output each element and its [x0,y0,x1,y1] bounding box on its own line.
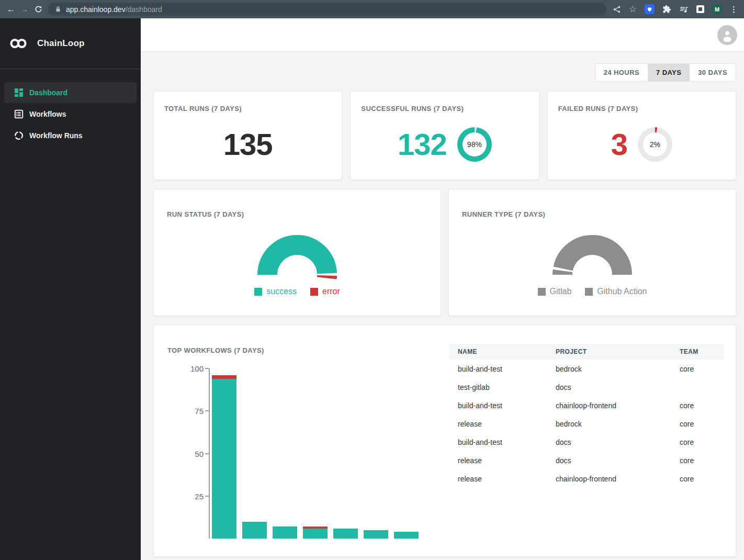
y-axis-tick-label: 50 [195,450,204,458]
browser-forward-button[interactable]: → [18,3,31,16]
app-header [141,18,744,52]
shield-extension-icon[interactable] [645,4,655,14]
cell-project: docs [547,433,671,451]
url-text: app.chainloop.dev/dashboard [66,5,162,14]
legend-label: error [322,287,340,296]
legend-swatch [538,288,546,296]
extensions-puzzle-icon[interactable] [662,5,671,14]
sidebar-item-label: Workflow Runs [29,131,83,140]
table-row: releasechainloop-frontendcore [449,469,724,488]
bar-success-segment [394,532,419,539]
cell-name: release [449,469,547,488]
brand-logo[interactable]: ChainLoop [0,18,141,69]
tab-30-days[interactable]: 30 DAYS [690,64,736,81]
run-status-card: RUN STATUS (7 DAYS) success error [153,189,441,316]
bookmark-star-icon[interactable]: ☆ [629,4,637,15]
chainloop-infinity-icon [8,37,28,50]
top-workflows-table: NAME PROJECT TEAM build-and-testbedrockc… [449,344,724,488]
tab-7-days[interactable]: 7 DAYS [648,64,690,81]
table-row: releasebedrockcore [449,415,724,433]
legend-item-github-action: Github Action [585,287,647,296]
card-title: TOTAL RUNS (7 DAYS) [164,105,331,113]
legend-swatch [310,288,318,296]
user-avatar-button[interactable] [717,25,737,45]
table-row: build-and-testdocscore [449,433,724,451]
cell-team: core [671,451,724,469]
share-icon[interactable] [613,5,621,14]
bar-series [212,375,419,539]
legend-label: Github Action [597,287,647,296]
y-axis-tick-mark [205,410,209,411]
cell-team: core [671,415,724,433]
table-row: test-gitlabdocs [449,378,724,396]
legend-swatch [254,288,262,296]
main-area: 24 HOURS 7 DAYS 30 DAYS TOTAL RUNS (7 DA… [141,18,744,560]
bar [364,530,388,539]
time-range-tabs: 24 HOURS 7 DAYS 30 DAYS [595,63,736,82]
run-status-legend: success error [154,287,441,296]
lock-icon [55,6,61,13]
window-extension-icon[interactable] [696,5,704,13]
table-header-row: NAME PROJECT TEAM [449,344,724,360]
top-workflows-card: TOP WORKFLOWS (7 DAYS) 255075100 NAME PR… [153,324,736,557]
cell-name: build-and-test [449,396,547,415]
table-row: build-and-testchainloop-frontendcore [449,396,724,415]
cell-name: test-gitlab [449,378,547,396]
column-header-team: TEAM [671,344,724,360]
sidebar-item-workflow-runs[interactable]: Workflow Runs [4,125,137,146]
address-bar[interactable]: app.chainloop.dev/dashboard [48,3,606,16]
cell-project: bedrock [547,360,671,378]
person-icon [720,28,734,42]
cell-name: build-and-test [449,433,547,451]
total-runs-card: TOTAL RUNS (7 DAYS) 135 [153,91,342,180]
browser-reload-button[interactable] [31,3,45,16]
card-title: TOP WORKFLOWS (7 DAYS) [167,346,264,354]
bar-success-segment [212,379,236,539]
cell-team: core [671,396,724,415]
sidebar: ChainLoop Dashboard Workflows [0,18,141,560]
card-title: FAILED RUNS (7 DAYS) [558,105,725,113]
bar [273,527,297,539]
run-status-gauge-chart [154,233,441,285]
cell-team: core [671,433,724,451]
shield-icon [647,6,652,13]
url-host: app.chainloop.dev [66,5,126,14]
runner-type-legend: Gitlab Github Action [449,287,736,296]
top-workflows-bar-chart: 255075100 [209,368,424,539]
browser-back-button[interactable]: ← [4,3,18,16]
sidebar-nav: Dashboard Workflows Workflow Runs [0,69,141,146]
cell-name: build-and-test [449,360,547,378]
card-title: RUN STATUS (7 DAYS) [167,210,244,218]
dashboard-icon [14,88,24,97]
legend-item-gitlab: Gitlab [538,287,572,296]
cell-name: release [449,451,547,469]
table-row: build-and-testbedrockcore [449,360,724,378]
browser-menu-icon[interactable]: ⋮ [730,5,738,14]
bar-success-segment [273,527,297,539]
circular-runs-icon [14,131,24,140]
cell-project: chainloop-frontend [547,396,671,415]
y-axis-tick-mark [205,453,209,454]
bar-success-segment [364,530,388,539]
list-icon [14,109,24,119]
successful-runs-value: 132 [398,129,447,160]
cell-project: chainloop-frontend [547,469,671,488]
bar-success-segment [242,522,267,539]
cell-team: core [671,469,724,488]
successful-runs-card: SUCCESSFUL RUNS (7 DAYS) 132 98% [350,91,539,180]
y-axis-tick-mark [205,368,209,369]
card-title: RUNNER TYPE (7 DAYS) [462,210,545,218]
y-axis-tick-label: 25 [195,492,204,501]
donut-percent-label: 98% [457,127,492,162]
reload-icon [35,5,42,13]
sidebar-item-dashboard[interactable]: Dashboard [4,82,137,103]
column-header-project: PROJECT [547,344,671,360]
failed-runs-value: 3 [611,129,627,160]
media-queue-icon[interactable] [679,5,689,14]
legend-item-error: error [310,287,340,296]
tab-24-hours[interactable]: 24 HOURS [595,64,648,81]
failed-percent-donut-chart: 2% [638,127,672,162]
sidebar-item-workflows[interactable]: Workflows [4,104,137,125]
legend-label: Gitlab [550,287,572,296]
browser-profile-avatar[interactable]: M [712,4,722,14]
